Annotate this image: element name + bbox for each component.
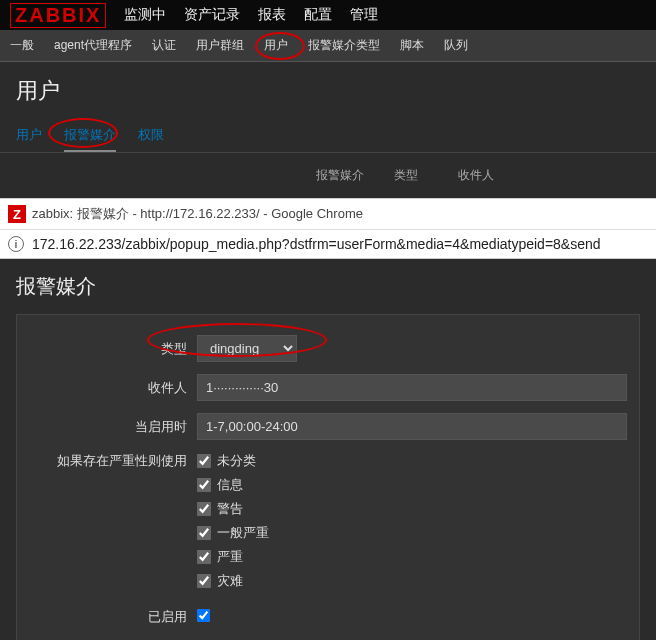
chk-sev-3[interactable] (197, 526, 211, 540)
url-text: 172.16.22.233/zabbix/popup_media.php?dst… (32, 236, 601, 252)
nav-reports[interactable]: 报表 (258, 6, 286, 24)
page-title: 用户 (0, 62, 656, 120)
label-type: 类型 (27, 340, 197, 358)
subnav-proxies[interactable]: agent代理程序 (54, 37, 132, 54)
tab-user[interactable]: 用户 (16, 120, 42, 152)
lbl-sev-1: 信息 (217, 476, 243, 494)
input-active[interactable] (197, 413, 627, 440)
chk-enabled[interactable] (197, 609, 210, 622)
browser-title: zabbix: 报警媒介 - http://172.16.22.233/ - G… (32, 205, 363, 223)
subnav-general[interactable]: 一般 (10, 37, 34, 54)
lbl-sev-0: 未分类 (217, 452, 256, 470)
label-severity: 如果存在严重性则使用 (27, 452, 197, 470)
chk-sev-4[interactable] (197, 550, 211, 564)
col-recipient: 收件人 (458, 167, 494, 184)
subnav-scripts[interactable]: 脚本 (400, 37, 424, 54)
lbl-sev-2: 警告 (217, 500, 243, 518)
col-media: 报警媒介 (316, 167, 364, 184)
subnav-mediatypes[interactable]: 报警媒介类型 (308, 37, 380, 54)
logo: ZABBIX (10, 3, 106, 28)
subnav-users[interactable]: 用户 (264, 37, 288, 54)
label-active: 当启用时 (27, 418, 197, 436)
subnav-queue[interactable]: 队列 (444, 37, 468, 54)
popup-title: 报警媒介 (0, 259, 656, 314)
chk-sev-1[interactable] (197, 478, 211, 492)
chk-sev-5[interactable] (197, 574, 211, 588)
lbl-sev-5: 灾难 (217, 572, 243, 590)
chk-sev-0[interactable] (197, 454, 211, 468)
input-sendto[interactable] (197, 374, 627, 401)
subnav-usergroups[interactable]: 用户群组 (196, 37, 244, 54)
subnav-auth[interactable]: 认证 (152, 37, 176, 54)
label-enabled: 已启用 (27, 608, 197, 626)
nav-inventory[interactable]: 资产记录 (184, 6, 240, 24)
nav-monitoring[interactable]: 监测中 (124, 6, 166, 24)
info-icon[interactable]: i (8, 236, 24, 252)
zabbix-favicon: Z (8, 205, 26, 223)
nav-admin[interactable]: 管理 (350, 6, 378, 24)
nav-config[interactable]: 配置 (304, 6, 332, 24)
label-sendto: 收件人 (27, 379, 197, 397)
lbl-sev-3: 一般严重 (217, 524, 269, 542)
col-type: 类型 (394, 167, 418, 184)
tab-permissions[interactable]: 权限 (138, 120, 164, 152)
select-type[interactable]: dingding (197, 335, 297, 362)
chk-sev-2[interactable] (197, 502, 211, 516)
tab-media[interactable]: 报警媒介 (64, 120, 116, 152)
lbl-sev-4: 严重 (217, 548, 243, 566)
